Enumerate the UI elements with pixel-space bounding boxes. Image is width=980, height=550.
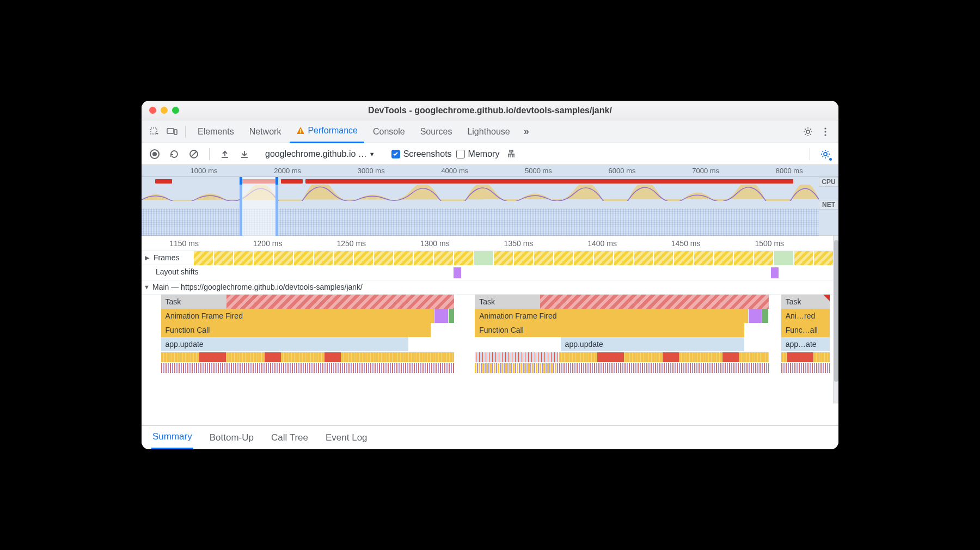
frame-block[interactable] <box>574 251 593 265</box>
frame-block[interactable] <box>234 251 253 265</box>
long-task-marker <box>305 179 793 184</box>
window-title: DevTools - googlechrome.github.io/devtoo… <box>142 106 838 115</box>
flame-block[interactable]: Ani…red <box>781 309 830 323</box>
frame-block[interactable] <box>434 251 453 265</box>
tick-label: 1000 ms <box>191 167 218 175</box>
overview-timeline[interactable]: 1000 ms 2000 ms 3000 ms 4000 ms 5000 ms … <box>142 165 838 236</box>
svg-rect-1 <box>167 129 174 133</box>
frame-block[interactable] <box>394 251 413 265</box>
frame-block[interactable] <box>634 251 653 265</box>
flame-block[interactable]: app.update <box>161 337 409 351</box>
layout-shift-marker[interactable] <box>771 267 779 278</box>
tab-elements[interactable]: Elements <box>191 120 241 143</box>
selection-handle-left[interactable] <box>240 177 242 185</box>
flame-block[interactable]: Function Call <box>161 323 431 337</box>
frame-block[interactable] <box>254 251 273 265</box>
task-block[interactable]: Task <box>781 295 830 309</box>
recording-label: googlechrome.github.io … <box>265 149 367 159</box>
flame-block[interactable]: Function Call <box>475 323 744 337</box>
panel-tabs: Elements Network Performance Console Sou… <box>142 120 838 143</box>
task-block[interactable]: Task <box>475 295 769 309</box>
frame-block[interactable] <box>594 251 613 265</box>
frame-block[interactable] <box>374 251 393 265</box>
tab-event-log[interactable]: Event Log <box>324 427 369 449</box>
frames-row-label[interactable]: ▶ Frames <box>142 251 183 264</box>
kebab-icon[interactable] <box>818 124 833 139</box>
frame-block[interactable] <box>674 251 693 265</box>
overview-body[interactable] <box>142 177 819 236</box>
flame-block[interactable] <box>762 309 768 323</box>
vertical-scrollbar[interactable] <box>833 236 838 404</box>
record-button[interactable] <box>147 146 162 162</box>
reload-record-button[interactable] <box>167 146 182 162</box>
frame-block[interactable] <box>274 251 293 265</box>
frame-block[interactable] <box>734 251 753 265</box>
frame-block[interactable] <box>654 251 673 265</box>
inspect-icon[interactable] <box>147 124 162 139</box>
frame-block[interactable] <box>334 251 353 265</box>
frame-block[interactable] <box>794 251 813 265</box>
frame-block[interactable] <box>414 251 433 265</box>
frame-block[interactable] <box>354 251 373 265</box>
frame-block[interactable] <box>554 251 573 265</box>
memory-checkbox[interactable]: Memory <box>456 149 500 159</box>
settings-icon[interactable] <box>800 124 816 139</box>
main-thread-header[interactable]: ▼ Main — https://googlechrome.github.io/… <box>142 280 838 295</box>
frame-block[interactable] <box>194 251 213 265</box>
flame-block[interactable] <box>749 309 762 323</box>
tab-label: Performance <box>308 119 358 142</box>
frame-block[interactable] <box>814 251 833 265</box>
overview-selection[interactable] <box>240 177 278 236</box>
recording-selector[interactable]: googlechrome.github.io … ▼ <box>265 149 375 159</box>
scroll-thumb[interactable] <box>834 240 838 382</box>
selection-handle-right[interactable] <box>275 177 278 185</box>
tab-sources[interactable]: Sources <box>414 120 459 143</box>
device-icon[interactable] <box>164 124 180 139</box>
tab-performance[interactable]: Performance <box>290 120 364 143</box>
flamechart-panel[interactable]: 1150 ms 1200 ms 1250 ms 1300 ms 1350 ms … <box>142 236 838 425</box>
flame-block[interactable]: app.update <box>561 337 745 351</box>
frame-block[interactable] <box>314 251 333 265</box>
flame-block[interactable]: Animation Frame Fired <box>161 309 434 323</box>
upload-icon[interactable] <box>217 146 232 162</box>
frame-block[interactable] <box>534 251 553 265</box>
download-icon[interactable] <box>237 146 252 162</box>
layout-shifts-row[interactable]: Layout shifts <box>142 265 838 280</box>
layout-shift-marker[interactable] <box>454 267 461 278</box>
frames-row[interactable]: ▶ Frames <box>142 251 838 265</box>
tab-summary[interactable]: Summary <box>151 426 193 449</box>
flame-block[interactable]: app…ate <box>781 337 830 351</box>
flame-block[interactable]: Func…all <box>781 323 830 337</box>
frame-block[interactable] <box>494 251 513 265</box>
frame-block[interactable] <box>714 251 733 265</box>
task-block[interactable]: Task <box>161 295 454 309</box>
tab-console[interactable]: Console <box>366 120 412 143</box>
frame-block[interactable] <box>694 251 713 265</box>
frame-block[interactable] <box>774 251 793 265</box>
frame-block[interactable] <box>474 251 493 265</box>
tab-network[interactable]: Network <box>243 120 288 143</box>
tab-bottom-up[interactable]: Bottom-Up <box>209 427 255 449</box>
frame-block[interactable] <box>754 251 773 265</box>
flame-area[interactable]: TaskTaskTask Animation Frame FiredAnimat… <box>142 295 838 404</box>
clear-button[interactable] <box>186 146 201 162</box>
flame-block[interactable]: Animation Frame Fired <box>475 309 748 323</box>
flame-block[interactable] <box>434 309 448 323</box>
svg-rect-2 <box>174 130 177 135</box>
collect-garbage-icon[interactable] <box>504 146 519 162</box>
frame-block[interactable] <box>514 251 533 265</box>
frame-block[interactable] <box>294 251 313 265</box>
frame-block[interactable] <box>614 251 633 265</box>
cpu-badge: CPU <box>819 177 838 187</box>
main-thread-label[interactable]: ▼ Main — https://googlechrome.github.io/… <box>142 280 367 294</box>
capture-settings-icon[interactable] <box>818 146 833 162</box>
tab-lighthouse[interactable]: Lighthouse <box>461 120 516 143</box>
screenshots-checkbox[interactable]: Screenshots <box>391 149 452 159</box>
tick-label: 1200 ms <box>253 239 283 248</box>
more-tabs-icon[interactable]: » <box>519 124 534 139</box>
tab-call-tree[interactable]: Call Tree <box>270 427 309 449</box>
frame-block[interactable] <box>214 251 233 265</box>
flame-block[interactable] <box>449 309 454 323</box>
tick-label: 5000 ms <box>525 167 552 175</box>
frame-block[interactable] <box>454 251 473 265</box>
